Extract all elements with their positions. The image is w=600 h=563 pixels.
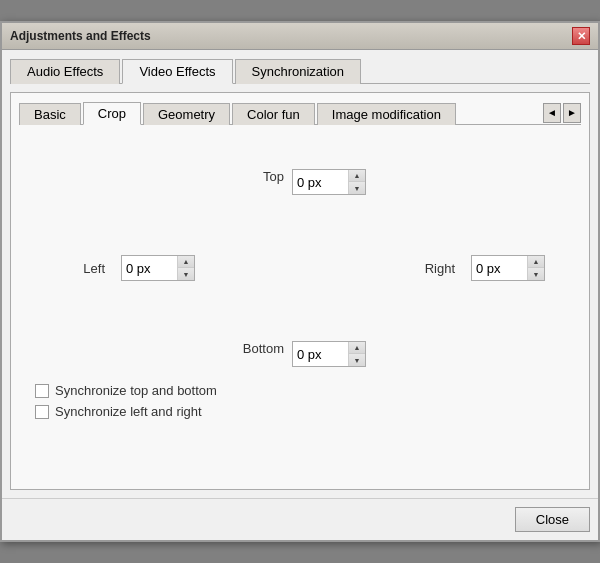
bottom-field-row: Bottom ▲ ▼ (35, 341, 565, 367)
sub-tab-nav: ◄ ► (543, 103, 581, 123)
middle-field-row: Left ▲ ▼ Right (35, 255, 565, 281)
left-spin-up[interactable]: ▲ (178, 256, 194, 268)
sync-lr-label: Synchronize left and right (55, 404, 202, 419)
dialog-footer: Close (2, 498, 598, 540)
tab-video-effects[interactable]: Video Effects (122, 59, 232, 84)
sync-lr-row: Synchronize left and right (35, 404, 565, 419)
sync-lr-checkbox[interactable] (35, 405, 49, 419)
bottom-input[interactable] (293, 342, 348, 366)
dialog-title: Adjustments and Effects (10, 29, 151, 43)
top-spin-down[interactable]: ▼ (349, 182, 365, 194)
sub-tab-crop[interactable]: Crop (83, 102, 141, 125)
crop-content: Top ▲ ▼ Left (19, 141, 581, 481)
sync-tb-label: Synchronize top and bottom (55, 383, 217, 398)
sub-tab-geometry[interactable]: Geometry (143, 103, 230, 125)
top-spin-buttons: ▲ ▼ (348, 170, 365, 194)
left-field: Left ▲ ▼ (55, 255, 195, 281)
top-label: Top (234, 169, 284, 195)
checkbox-area: Synchronize top and bottom Synchronize l… (35, 383, 565, 419)
main-tabs: Audio Effects Video Effects Synchronizat… (10, 58, 590, 84)
sub-tab-next-button[interactable]: ► (563, 103, 581, 123)
right-input[interactable] (472, 256, 527, 280)
close-button[interactable]: Close (515, 507, 590, 532)
top-spin-up[interactable]: ▲ (349, 170, 365, 182)
sync-tb-checkbox[interactable] (35, 384, 49, 398)
sub-tab-basic[interactable]: Basic (19, 103, 81, 125)
sub-tab-prev-button[interactable]: ◄ (543, 103, 561, 123)
window-close-button[interactable]: ✕ (572, 27, 590, 45)
tab-audio-effects[interactable]: Audio Effects (10, 59, 120, 84)
dialog-body: Audio Effects Video Effects Synchronizat… (2, 50, 598, 498)
top-field-row: Top ▲ ▼ (35, 169, 565, 195)
bottom-spin-buttons: ▲ ▼ (348, 342, 365, 366)
left-spin-buttons: ▲ ▼ (177, 256, 194, 280)
right-field: Right ▲ ▼ (405, 255, 545, 281)
top-spinbox: ▲ ▼ (292, 169, 366, 195)
sub-tabs: Basic Crop Geometry Color fun Image modi… (19, 101, 581, 125)
bottom-spinbox: ▲ ▼ (292, 341, 366, 367)
title-bar: Adjustments and Effects ✕ (2, 23, 598, 50)
bottom-label: Bottom (234, 341, 284, 367)
right-spin-up[interactable]: ▲ (528, 256, 544, 268)
left-input[interactable] (122, 256, 177, 280)
tab-synchronization[interactable]: Synchronization (235, 59, 362, 84)
right-spinbox: ▲ ▼ (471, 255, 545, 281)
sub-tab-image-modification[interactable]: Image modification (317, 103, 456, 125)
top-input[interactable] (293, 170, 348, 194)
left-spin-down[interactable]: ▼ (178, 268, 194, 280)
adjustments-dialog: Adjustments and Effects ✕ Audio Effects … (0, 21, 600, 542)
sub-tab-color-fun[interactable]: Color fun (232, 103, 315, 125)
right-spin-buttons: ▲ ▼ (527, 256, 544, 280)
sync-tb-row: Synchronize top and bottom (35, 383, 565, 398)
left-spinbox: ▲ ▼ (121, 255, 195, 281)
left-label: Left (55, 261, 105, 276)
right-spin-down[interactable]: ▼ (528, 268, 544, 280)
bottom-spin-up[interactable]: ▲ (349, 342, 365, 354)
bottom-spin-down[interactable]: ▼ (349, 354, 365, 366)
content-area: Basic Crop Geometry Color fun Image modi… (10, 92, 590, 490)
right-label: Right (405, 261, 455, 276)
